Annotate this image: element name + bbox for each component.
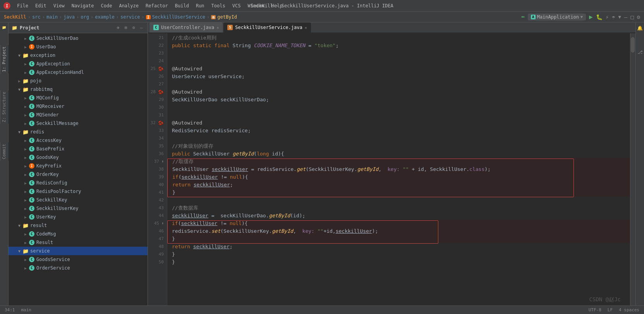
tree-item-result[interactable]: ▶CResult	[9, 238, 148, 247]
code-line-29[interactable]: SeckKillUserDao seckKillUserDao;	[167, 96, 630, 104]
code-line-32[interactable]: @Autowired	[167, 119, 630, 127]
code-line-33[interactable]: RedisService redisService;	[167, 127, 630, 135]
menu-item-build[interactable]: Build	[172, 2, 192, 9]
code-line-50[interactable]: }	[167, 258, 630, 266]
breadcrumb-project[interactable]: SeckKill	[4, 14, 26, 20]
code-line-40[interactable]: return seckkillUser;	[167, 181, 630, 189]
tree-item-seckkillkey[interactable]: ▶CSeckkillKey	[9, 196, 148, 204]
tree-item-redisconfig[interactable]: ▶CRedisConfig	[9, 179, 148, 187]
tree-item-mqsender[interactable]: ▶CMQSender	[9, 111, 148, 119]
menu-item-analyze[interactable]: Analyze	[116, 2, 142, 9]
code-line-45[interactable]: if(seckkillUser != null){	[167, 220, 630, 227]
code-line-46[interactable]: redisService.set(SeckkillUserKey.getById…	[167, 227, 630, 235]
project-panel-label[interactable]: 1: Project	[0, 45, 9, 73]
code-line-41[interactable]: }	[167, 189, 630, 196]
breadcrumb-example[interactable]: example	[95, 14, 115, 20]
tree-item-seckkilluserdao[interactable]: ▶CSeckKillUserDao	[9, 34, 148, 43]
menu-item-vcs[interactable]: VCS	[229, 2, 244, 9]
menu-item-refactor[interactable]: Refactor	[143, 2, 171, 9]
back-button[interactable]: ⬅	[521, 13, 525, 20]
tab-close-seckkill[interactable]: ✕	[305, 26, 307, 30]
breadcrumb-org[interactable]: org	[81, 14, 89, 20]
breadcrumb-class-name[interactable]: SeckkillUserService	[152, 14, 205, 20]
run-button[interactable]: ▶	[589, 13, 593, 20]
code-line-44[interactable]: seckkillUser = seckKillUserDao.getById(i…	[167, 212, 630, 220]
code-line-43[interactable]: //查数据库	[167, 204, 630, 212]
debug-button[interactable]: 🐛	[596, 14, 603, 20]
git-icon[interactable]: ⎇	[637, 49, 643, 55]
menu-item-view[interactable]: View	[50, 2, 68, 9]
commit-panel-label[interactable]: Commit	[0, 142, 9, 161]
code-line-37[interactable]: //取缓存	[167, 158, 630, 166]
tree-item-baseprefix[interactable]: ▶CBasePrefix	[9, 145, 148, 153]
menu-item-code[interactable]: Code	[98, 2, 115, 9]
tree-item-userdao[interactable]: ▶IUserDao	[9, 43, 148, 51]
profile-button[interactable]: ⚡	[606, 14, 609, 20]
tree-item-redis[interactable]: ▼📁redis	[9, 128, 148, 136]
minimize-button[interactable]: —	[624, 14, 627, 20]
panel-settings-btn[interactable]: ⚙	[131, 25, 137, 31]
code-line-35[interactable]: //对象级别的缓存	[167, 142, 630, 150]
tree-item-mqconfig[interactable]: ▶CMQConfig	[9, 94, 148, 102]
tree-item-seckkilluserkey[interactable]: ▶CSeckkillUserKey	[9, 204, 148, 213]
scroll-indicator[interactable]	[630, 33, 635, 314]
code-line-25[interactable]: @Autowired	[167, 65, 630, 73]
code-line-49[interactable]: }	[167, 251, 630, 258]
panel-add-btn[interactable]: ⊕	[115, 25, 121, 31]
tree-item-pojo[interactable]: ▶📁pojo	[9, 77, 148, 85]
more-button[interactable]: ⚙	[637, 14, 640, 20]
code-line-23[interactable]	[167, 49, 630, 57]
tree-item-accesskey[interactable]: ▶CAccessKey	[9, 136, 148, 145]
code-line-26[interactable]: UserService userService;	[167, 73, 630, 80]
tree-item-appexception[interactable]: ▶CAppException	[9, 60, 148, 68]
breadcrumb-method[interactable]: getById	[217, 14, 237, 20]
tree-item-rabbitmq[interactable]: ▼📁rabbitmq	[9, 85, 148, 94]
breadcrumb-service[interactable]: service	[120, 14, 140, 20]
structure-panel-label[interactable]: Z: Structure	[0, 90, 9, 124]
tree-item-mqreceiver[interactable]: ▶CMQReceiver	[9, 102, 148, 111]
more-run-button[interactable]: ▼	[618, 14, 621, 20]
tree-item-userkey[interactable]: ▶CUserKey	[9, 213, 148, 221]
tree-item-orderkey[interactable]: ▶COrderKey	[9, 170, 148, 179]
tree-item-seckkillmessage[interactable]: ▶CSeckkillMessage	[9, 119, 148, 128]
menu-item-tools[interactable]: Tools	[208, 2, 228, 9]
tree-item-result[interactable]: ▼📁result	[9, 221, 148, 230]
code-line-24[interactable]	[167, 57, 630, 65]
tree-item-redispoolfactory[interactable]: ▶CRedisPoolFactory	[9, 187, 148, 196]
code-line-47[interactable]: }	[167, 235, 630, 243]
code-line-42[interactable]	[167, 196, 630, 204]
tree-item-orderservice[interactable]: ▶COrderService	[9, 264, 148, 272]
maximize-button[interactable]: □	[630, 14, 634, 20]
code-line-27[interactable]	[167, 80, 630, 88]
tree-item-exception[interactable]: ▼📁exception	[9, 51, 148, 60]
panel-close-btn[interactable]: —	[138, 25, 144, 31]
code-line-22[interactable]: public static final String COOKIE_NAME_T…	[167, 42, 630, 49]
breadcrumb-java[interactable]: java	[64, 14, 75, 20]
breadcrumb-src[interactable]: src	[32, 14, 41, 20]
menu-item-file[interactable]: File	[14, 2, 31, 9]
code-line-39[interactable]: if(seckkillUser != null){	[167, 173, 630, 181]
menu-item-run[interactable]: Run	[193, 2, 208, 9]
code-line-30[interactable]	[167, 104, 630, 111]
tree-item-codemsg[interactable]: ▶CCodeMsg	[9, 230, 148, 238]
code-line-34[interactable]	[167, 135, 630, 142]
code-line-36[interactable]: public SeckkillUser getById(long id){	[167, 150, 630, 158]
code-line-48[interactable]: return seckkillUser;	[167, 243, 630, 251]
tree-item-keyprefix[interactable]: ▶IKeyPrefix	[9, 162, 148, 170]
code-line-21[interactable]: //生成cookie用到	[167, 34, 630, 42]
tab-close-usercontroller[interactable]: ✕	[216, 26, 219, 30]
code-line-38[interactable]: SeckkillUser seckkillUser = redisService…	[167, 166, 630, 173]
tab-usercontroller[interactable]: C UserController.java ✕	[149, 22, 223, 32]
tab-seckkill[interactable]: S SeckkillUserService.java ✕	[223, 22, 311, 32]
tree-item-appexceptionhandl[interactable]: ▶CAppExceptionHandl	[9, 68, 148, 77]
project-icon[interactable]: 📁	[1, 26, 7, 31]
tree-item-goodskey[interactable]: ▶CGoodsKey	[9, 153, 148, 162]
tree-item-goodsservice[interactable]: ▶CGoodsService	[9, 255, 148, 264]
code-line-31[interactable]	[167, 111, 630, 119]
code-line-28[interactable]: @Autowired	[167, 88, 630, 96]
tree-item-service[interactable]: ▼📁service	[9, 247, 148, 255]
breadcrumb-main[interactable]: main	[46, 14, 58, 20]
notifications-icon[interactable]: 🔔	[637, 26, 643, 31]
run-config-selector[interactable]: A MainApplication ▼	[528, 14, 586, 20]
panel-layout-btn[interactable]: ⊞	[123, 25, 129, 31]
